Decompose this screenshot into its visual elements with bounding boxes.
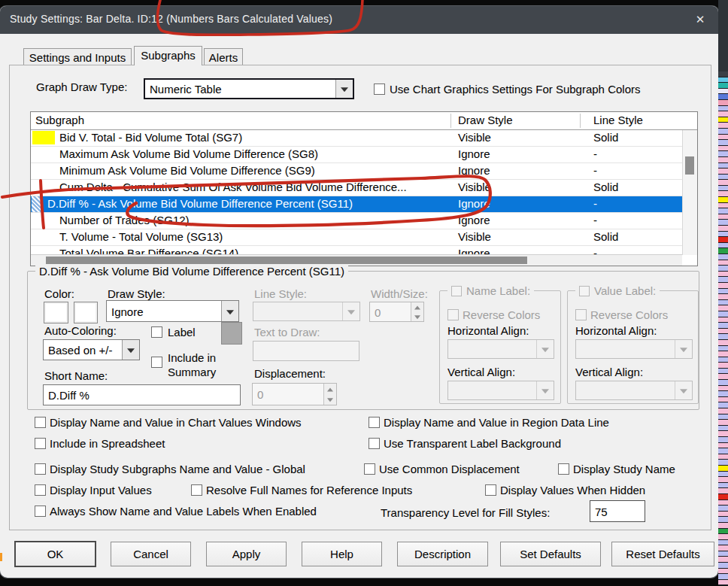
background-app-strip-cell	[718, 163, 728, 169]
table-row-sg13[interactable]: T. Volume - Total Volume (SG13) Visible …	[31, 229, 682, 246]
column-header-draw-style[interactable]: Draw Style	[458, 114, 513, 126]
horizontal-scrollbar-thumb[interactable]	[46, 257, 527, 264]
column-header-line-style[interactable]: Line Style	[593, 114, 643, 126]
displacement-spinner[interactable]: 0	[252, 383, 337, 405]
include-in-summary-checkbox[interactable]	[151, 357, 162, 368]
draw-style-combo[interactable]: Ignore	[106, 300, 239, 322]
display-study-name-checkbox[interactable]	[558, 463, 569, 475]
background-app-strip-cell	[718, 77, 728, 83]
auto-coloring-combo[interactable]: Based on +/-	[43, 339, 140, 360]
apply-button[interactable]: Apply	[206, 542, 287, 566]
background-app-strip-cell	[718, 226, 728, 232]
table-row-sg11-selected[interactable]: D.Diff % - Ask Volume Bid Volume Differe…	[31, 196, 682, 213]
display-name-chart-checkbox[interactable]	[35, 417, 46, 428]
background-app-strip-cell	[718, 472, 728, 478]
resolve-full-names-checkbox[interactable]	[191, 484, 202, 496]
vertical-scrollbar-thumb[interactable]	[685, 156, 694, 175]
background-app-strip-cell	[718, 157, 728, 163]
background-app-strip-cell	[718, 111, 728, 117]
display-values-hidden-checkbox[interactable]	[485, 484, 496, 496]
global-subgraphs-label[interactable]: Display Study Subgraphs Name and Value -…	[50, 463, 305, 475]
background-app-strip-cell	[718, 283, 728, 289]
tab-alerts[interactable]: Alerts	[204, 48, 243, 65]
display-values-hidden-label[interactable]: Display Values When Hidden	[500, 484, 645, 496]
set-defaults-button[interactable]: Set Defaults	[500, 542, 601, 566]
background-app-strip-cell	[718, 340, 728, 346]
title-bar[interactable]: Study Settings: Bar Delta. ID:12 (Number…	[0, 6, 718, 34]
background-app-strip-cell	[718, 351, 728, 357]
secondary-color-well[interactable]	[74, 302, 98, 323]
column-header-subgraph[interactable]: Subgraph	[35, 114, 84, 126]
cancel-button[interactable]: Cancel	[111, 542, 191, 566]
primary-color-well[interactable]	[44, 302, 68, 323]
value-label-checkbox	[579, 286, 590, 296]
background-app-strip-cell	[718, 243, 728, 249]
background-app-strip-cell	[718, 323, 728, 329]
label-checkbox-label[interactable]: Label	[168, 326, 196, 339]
close-icon[interactable]: ✕	[691, 11, 709, 28]
table-row-sg8[interactable]: Maximum Ask Volume Bid Volume Difference…	[31, 147, 682, 163]
always-show-labels-checkbox[interactable]	[35, 506, 46, 517]
reset-defaults-button[interactable]: Reset Defaults	[611, 542, 714, 566]
display-input-values-checkbox[interactable]	[35, 484, 46, 496]
common-displacement-label[interactable]: Use Common Displacement	[379, 463, 520, 475]
value-horizontal-align-label: Horizontal Align:	[575, 324, 657, 337]
short-name-input[interactable]: D.Diff %	[43, 384, 241, 405]
background-app-strip-cell	[718, 466, 728, 472]
common-displacement-checkbox[interactable]	[364, 463, 375, 475]
transparent-label-bg-checkbox[interactable]	[369, 438, 380, 449]
table-horizontal-scrollbar[interactable]	[31, 254, 682, 266]
chevron-down-icon[interactable]	[335, 80, 353, 98]
chevron-down-icon	[675, 381, 692, 399]
include-in-summary-label[interactable]: Include in Summary	[168, 351, 239, 379]
transparency-level-input[interactable]: 75	[590, 500, 645, 522]
display-study-name-label[interactable]: Display Study Name	[573, 463, 675, 475]
spin-up-icon[interactable]	[324, 384, 336, 395]
background-app-strip-cell	[718, 512, 728, 518]
use-chart-graphics-checkbox[interactable]	[374, 83, 385, 95]
background-app-strip-cell	[718, 386, 728, 392]
background-app-strip-cell	[718, 175, 728, 181]
background-app-strip-cell	[718, 334, 728, 340]
table-row-sg7[interactable]: Bid V. Total - Bid Volume Total (SG7) Vi…	[31, 130, 682, 147]
display-input-values-label[interactable]: Display Input Values	[50, 484, 152, 496]
table-vertical-scrollbar[interactable]	[682, 130, 697, 255]
include-spreadsheet-checkbox[interactable]	[35, 438, 46, 449]
background-app-strip-cell	[718, 186, 728, 192]
background-app-strip-cell	[718, 363, 728, 369]
background-app-strip-cell	[718, 305, 728, 311]
name-label-legend: Name Label:	[447, 284, 534, 297]
use-chart-graphics-label[interactable]: Use Chart Graphics Settings For Subgraph…	[390, 83, 640, 96]
background-app-strip-cell	[718, 431, 728, 437]
background-app-strip-cell	[718, 329, 728, 335]
background-app-strip-cell	[718, 203, 728, 209]
chevron-down-icon[interactable]	[122, 340, 139, 360]
label-checkbox[interactable]	[151, 326, 162, 338]
display-name-region-checkbox[interactable]	[369, 417, 380, 428]
resolve-full-names-label[interactable]: Resolve Full Names for Reference Inputs	[206, 484, 412, 496]
name-vertical-align-label: Vertical Align:	[447, 366, 515, 378]
display-name-region-label[interactable]: Display Name and Value in Region Data Li…	[384, 416, 609, 429]
label-color-well[interactable]	[221, 322, 242, 345]
always-show-labels-label[interactable]: Always Show Name and Value Labels When E…	[50, 505, 317, 518]
background-app-strip-cell	[718, 151, 728, 157]
table-row-sg9[interactable]: Minimum Ask Volume Bid Volume Difference…	[31, 163, 682, 180]
table-row-sg12[interactable]: Number of Trades (SG12) Ignore -	[31, 213, 682, 229]
include-spreadsheet-label[interactable]: Include in Spreadsheet	[50, 437, 165, 450]
subgraph-detail-group: D.Diff % - Ask Volume Bid Volume Differe…	[27, 271, 699, 410]
graph-draw-type-combo[interactable]: Numeric Table	[144, 78, 354, 99]
row-selection-marker	[32, 196, 43, 212]
global-subgraphs-checkbox[interactable]	[35, 463, 46, 475]
value-horizontal-align-combo	[575, 339, 693, 359]
help-button[interactable]: Help	[302, 542, 382, 566]
description-button[interactable]: Description	[397, 542, 488, 566]
tab-settings-and-inputs[interactable]: Settings and Inputs	[23, 48, 132, 65]
spin-down-icon[interactable]	[324, 394, 336, 405]
table-row-sg10[interactable]: Cum Delta - Cumulative Sum Of Ask Volume…	[31, 180, 682, 196]
ok-button[interactable]: OK	[15, 542, 96, 566]
display-name-chart-label[interactable]: Display Name and Value in Chart Values W…	[50, 416, 302, 429]
transparent-label-bg-label[interactable]: Use Transparent Label Background	[384, 437, 561, 450]
tab-subgraphs[interactable]: Subgraphs	[134, 46, 202, 65]
background-app-strip-cell	[718, 300, 728, 306]
chevron-down-icon[interactable]	[221, 301, 238, 321]
